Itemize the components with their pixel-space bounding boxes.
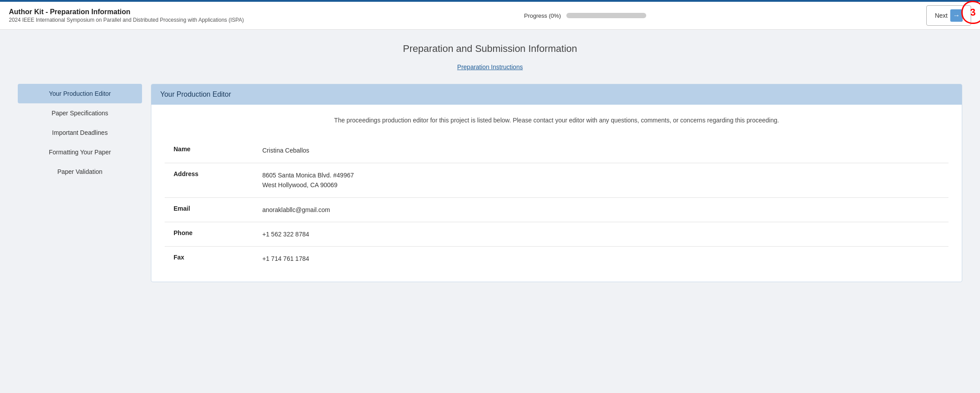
- content-layout: Your Production EditorPaper Specificatio…: [18, 84, 962, 282]
- intro-text: The proceedings production editor for th…: [165, 115, 948, 125]
- content-panel-header: Your Production Editor: [151, 84, 962, 105]
- sidebar-item-your-production-editor[interactable]: Your Production Editor: [18, 84, 142, 103]
- content-panel-body: The proceedings production editor for th…: [151, 105, 962, 282]
- table-row: Emailanoraklabllc@gmail.com: [165, 197, 948, 222]
- progress-bar-container: [566, 13, 646, 18]
- next-button-label: Next: [935, 12, 948, 19]
- sidebar-item-formatting-your-paper[interactable]: Formatting Your Paper: [18, 142, 142, 162]
- info-table: NameCristina CeballosAddress8605 Santa M…: [165, 138, 948, 271]
- field-label: Fax: [165, 247, 253, 271]
- main-content: Preparation and Submission Information P…: [0, 30, 980, 391]
- page-subtitle: 2024 IEEE International Symposium on Par…: [9, 17, 244, 23]
- table-row: NameCristina Ceballos: [165, 138, 948, 163]
- next-button[interactable]: Next →: [926, 5, 971, 26]
- prep-link-container: Preparation Instructions: [18, 63, 962, 71]
- progress-label: Progress (0%): [524, 12, 561, 19]
- page-title: Author Kit - Preparation Information: [9, 8, 244, 16]
- sidebar: Your Production EditorPaper Specificatio…: [18, 84, 142, 181]
- next-arrow-icon: →: [950, 9, 963, 22]
- sidebar-item-paper-specifications[interactable]: Paper Specifications: [18, 103, 142, 123]
- field-value: anoraklabllc@gmail.com: [253, 197, 948, 222]
- table-row: Fax+1 714 761 1784: [165, 247, 948, 271]
- content-panel: Your Production Editor The proceedings p…: [151, 84, 962, 282]
- field-value: +1 714 761 1784: [253, 247, 948, 271]
- header-left: Author Kit - Preparation Information 202…: [9, 8, 244, 23]
- table-row: Phone+1 562 322 8784: [165, 222, 948, 246]
- main-title: Preparation and Submission Information: [18, 43, 962, 55]
- progress-section: Progress (0%): [524, 12, 646, 19]
- field-label: Name: [165, 138, 253, 163]
- field-label: Email: [165, 197, 253, 222]
- sidebar-item-paper-validation[interactable]: Paper Validation: [18, 162, 142, 181]
- header-right: Next → 3: [926, 5, 971, 26]
- field-label: Address: [165, 163, 253, 197]
- field-value: Cristina Ceballos: [253, 138, 948, 163]
- field-value: 8605 Santa Monica Blvd. #49967West Holly…: [253, 163, 948, 197]
- table-row: Address8605 Santa Monica Blvd. #49967Wes…: [165, 163, 948, 197]
- field-value: +1 562 322 8784: [253, 222, 948, 246]
- field-label: Phone: [165, 222, 253, 246]
- preparation-instructions-link[interactable]: Preparation Instructions: [457, 63, 523, 71]
- sidebar-item-important-deadlines[interactable]: Important Deadlines: [18, 123, 142, 142]
- header: Author Kit - Preparation Information 202…: [0, 0, 980, 30]
